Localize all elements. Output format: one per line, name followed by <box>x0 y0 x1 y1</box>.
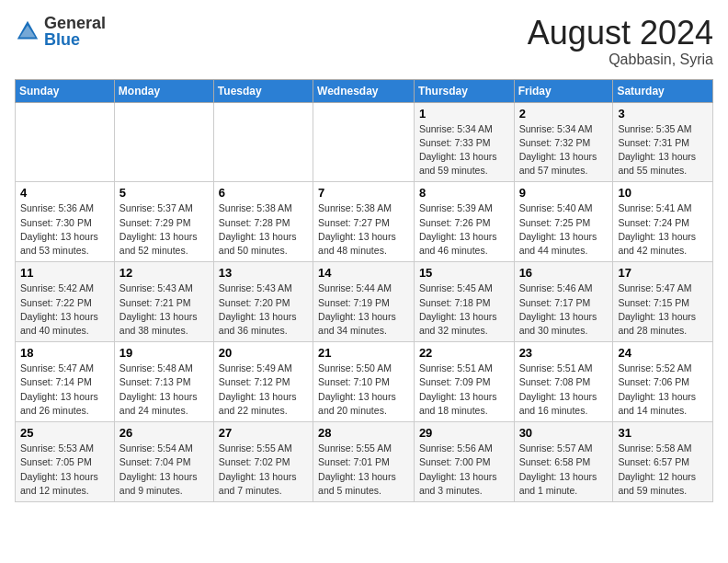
calendar-cell: 15Sunrise: 5:45 AM Sunset: 7:18 PM Dayli… <box>414 262 514 342</box>
day-number: 29 <box>419 426 509 440</box>
calendar-cell: 2Sunrise: 5:34 AM Sunset: 7:32 PM Daylig… <box>514 102 613 182</box>
day-number: 1 <box>419 107 509 121</box>
day-info: Sunrise: 5:48 AM Sunset: 7:13 PM Dayligh… <box>119 362 209 418</box>
day-info: Sunrise: 5:37 AM Sunset: 7:29 PM Dayligh… <box>119 201 209 258</box>
calendar-week-row: 1Sunrise: 5:34 AM Sunset: 7:33 PM Daylig… <box>16 102 713 182</box>
day-info: Sunrise: 5:47 AM Sunset: 7:14 PM Dayligh… <box>20 362 109 418</box>
day-info: Sunrise: 5:53 AM Sunset: 7:05 PM Dayligh… <box>20 442 109 498</box>
day-number: 2 <box>519 107 609 121</box>
calendar-cell: 30Sunrise: 5:57 AM Sunset: 6:58 PM Dayli… <box>514 422 613 502</box>
day-info: Sunrise: 5:34 AM Sunset: 7:33 PM Dayligh… <box>419 122 509 178</box>
day-number: 16 <box>519 266 609 280</box>
day-number: 6 <box>219 186 308 200</box>
day-info: Sunrise: 5:36 AM Sunset: 7:30 PM Dayligh… <box>20 201 109 258</box>
day-info: Sunrise: 5:50 AM Sunset: 7:10 PM Dayligh… <box>318 362 409 418</box>
day-info: Sunrise: 5:54 AM Sunset: 7:04 PM Dayligh… <box>119 442 209 498</box>
weekday-header-monday: Monday <box>114 79 213 102</box>
calendar-cell: 22Sunrise: 5:51 AM Sunset: 7:09 PM Dayli… <box>414 342 514 422</box>
calendar-week-row: 4Sunrise: 5:36 AM Sunset: 7:30 PM Daylig… <box>16 182 713 262</box>
calendar-cell <box>313 102 415 182</box>
day-number: 7 <box>318 186 409 200</box>
day-info: Sunrise: 5:44 AM Sunset: 7:19 PM Dayligh… <box>318 282 409 338</box>
calendar-cell: 25Sunrise: 5:53 AM Sunset: 7:05 PM Dayli… <box>16 422 115 502</box>
calendar-cell: 12Sunrise: 5:43 AM Sunset: 7:21 PM Dayli… <box>114 262 213 342</box>
month-year-title: August 2024 <box>528 15 713 52</box>
day-number: 19 <box>119 346 209 360</box>
day-info: Sunrise: 5:38 AM Sunset: 7:28 PM Dayligh… <box>219 201 308 258</box>
calendar-cell: 31Sunrise: 5:58 AM Sunset: 6:57 PM Dayli… <box>613 422 713 502</box>
day-number: 28 <box>318 426 409 440</box>
location-subtitle: Qabbasin, Syria <box>528 52 713 68</box>
page-header: General Blue August 2024 Qabbasin, Syria <box>15 15 713 68</box>
calendar-cell: 9Sunrise: 5:40 AM Sunset: 7:25 PM Daylig… <box>514 182 613 262</box>
day-info: Sunrise: 5:43 AM Sunset: 7:20 PM Dayligh… <box>219 282 308 338</box>
calendar-cell <box>213 102 313 182</box>
day-number: 23 <box>519 346 609 360</box>
calendar-cell: 10Sunrise: 5:41 AM Sunset: 7:24 PM Dayli… <box>613 182 713 262</box>
calendar-week-row: 18Sunrise: 5:47 AM Sunset: 7:14 PM Dayli… <box>16 342 713 422</box>
day-number: 20 <box>219 346 308 360</box>
day-number: 5 <box>119 186 209 200</box>
day-info: Sunrise: 5:55 AM Sunset: 7:01 PM Dayligh… <box>318 442 409 498</box>
calendar-cell: 26Sunrise: 5:54 AM Sunset: 7:04 PM Dayli… <box>114 422 213 502</box>
weekday-header-tuesday: Tuesday <box>213 79 313 102</box>
calendar-cell: 4Sunrise: 5:36 AM Sunset: 7:30 PM Daylig… <box>16 182 115 262</box>
calendar-cell: 23Sunrise: 5:51 AM Sunset: 7:08 PM Dayli… <box>514 342 613 422</box>
weekday-header-friday: Friday <box>514 79 613 102</box>
calendar-cell: 28Sunrise: 5:55 AM Sunset: 7:01 PM Dayli… <box>313 422 415 502</box>
day-number: 11 <box>20 266 109 280</box>
calendar-cell: 8Sunrise: 5:39 AM Sunset: 7:26 PM Daylig… <box>414 182 514 262</box>
day-info: Sunrise: 5:45 AM Sunset: 7:18 PM Dayligh… <box>419 282 509 338</box>
day-number: 9 <box>519 186 609 200</box>
day-info: Sunrise: 5:42 AM Sunset: 7:22 PM Dayligh… <box>20 282 109 338</box>
day-info: Sunrise: 5:52 AM Sunset: 7:06 PM Dayligh… <box>618 362 708 418</box>
day-info: Sunrise: 5:46 AM Sunset: 7:17 PM Dayligh… <box>519 282 609 338</box>
calendar-cell <box>16 102 115 182</box>
day-info: Sunrise: 5:41 AM Sunset: 7:24 PM Dayligh… <box>618 201 708 258</box>
calendar-cell <box>114 102 213 182</box>
day-number: 30 <box>519 426 609 440</box>
day-number: 13 <box>219 266 308 280</box>
day-number: 24 <box>618 346 708 360</box>
calendar-week-row: 11Sunrise: 5:42 AM Sunset: 7:22 PM Dayli… <box>16 262 713 342</box>
day-info: Sunrise: 5:49 AM Sunset: 7:12 PM Dayligh… <box>219 362 308 418</box>
day-info: Sunrise: 5:47 AM Sunset: 7:15 PM Dayligh… <box>618 282 708 338</box>
weekday-header-row: SundayMondayTuesdayWednesdayThursdayFrid… <box>16 79 713 102</box>
logo: General Blue <box>15 15 106 48</box>
calendar-cell: 3Sunrise: 5:35 AM Sunset: 7:31 PM Daylig… <box>613 102 713 182</box>
calendar-cell: 21Sunrise: 5:50 AM Sunset: 7:10 PM Dayli… <box>313 342 415 422</box>
day-info: Sunrise: 5:51 AM Sunset: 7:09 PM Dayligh… <box>419 362 509 418</box>
calendar-cell: 14Sunrise: 5:44 AM Sunset: 7:19 PM Dayli… <box>313 262 415 342</box>
day-number: 10 <box>618 186 708 200</box>
calendar-cell: 29Sunrise: 5:56 AM Sunset: 7:00 PM Dayli… <box>414 422 514 502</box>
calendar-cell: 20Sunrise: 5:49 AM Sunset: 7:12 PM Dayli… <box>213 342 313 422</box>
weekday-header-sunday: Sunday <box>16 79 115 102</box>
day-number: 15 <box>419 266 509 280</box>
day-info: Sunrise: 5:34 AM Sunset: 7:32 PM Dayligh… <box>519 122 609 178</box>
day-info: Sunrise: 5:51 AM Sunset: 7:08 PM Dayligh… <box>519 362 609 418</box>
calendar-cell: 17Sunrise: 5:47 AM Sunset: 7:15 PM Dayli… <box>613 262 713 342</box>
calendar-cell: 7Sunrise: 5:38 AM Sunset: 7:27 PM Daylig… <box>313 182 415 262</box>
day-info: Sunrise: 5:39 AM Sunset: 7:26 PM Dayligh… <box>419 201 509 258</box>
day-info: Sunrise: 5:58 AM Sunset: 6:57 PM Dayligh… <box>618 442 708 498</box>
day-info: Sunrise: 5:43 AM Sunset: 7:21 PM Dayligh… <box>119 282 209 338</box>
calendar-cell: 5Sunrise: 5:37 AM Sunset: 7:29 PM Daylig… <box>114 182 213 262</box>
day-number: 8 <box>419 186 509 200</box>
day-info: Sunrise: 5:56 AM Sunset: 7:00 PM Dayligh… <box>419 442 509 498</box>
weekday-header-thursday: Thursday <box>414 79 514 102</box>
calendar-cell: 16Sunrise: 5:46 AM Sunset: 7:17 PM Dayli… <box>514 262 613 342</box>
day-info: Sunrise: 5:57 AM Sunset: 6:58 PM Dayligh… <box>519 442 609 498</box>
logo-general-text: General <box>44 14 106 32</box>
day-number: 31 <box>618 426 708 440</box>
calendar-cell: 11Sunrise: 5:42 AM Sunset: 7:22 PM Dayli… <box>16 262 115 342</box>
day-number: 26 <box>119 426 209 440</box>
day-number: 14 <box>318 266 409 280</box>
day-number: 22 <box>419 346 509 360</box>
calendar-cell: 1Sunrise: 5:34 AM Sunset: 7:33 PM Daylig… <box>414 102 514 182</box>
day-number: 27 <box>219 426 308 440</box>
logo-blue-text: Blue <box>44 30 80 49</box>
calendar-table: SundayMondayTuesdayWednesdayThursdayFrid… <box>15 79 713 502</box>
calendar-cell: 13Sunrise: 5:43 AM Sunset: 7:20 PM Dayli… <box>213 262 313 342</box>
day-number: 12 <box>119 266 209 280</box>
calendar-cell: 19Sunrise: 5:48 AM Sunset: 7:13 PM Dayli… <box>114 342 213 422</box>
